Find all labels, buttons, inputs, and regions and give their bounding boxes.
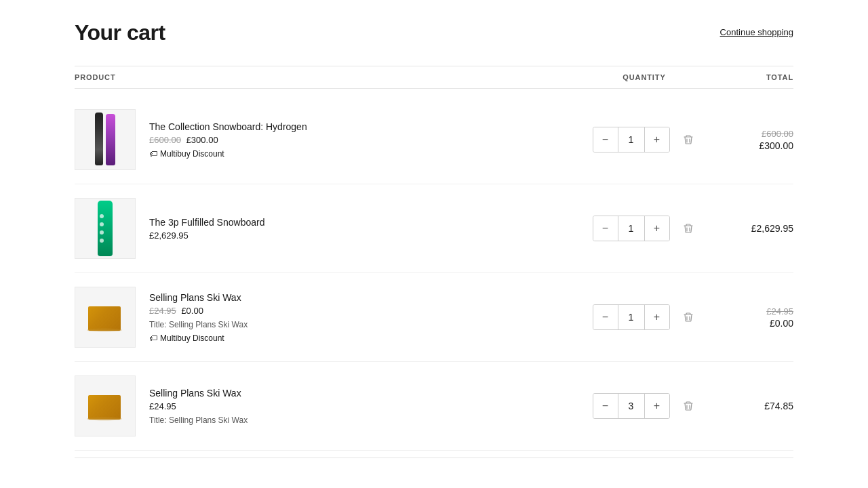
product-name: The Collection Snowboard: Hydrogen: [149, 121, 307, 132]
product-cell: The 3p Fulfilled Snowboard £2,629.95: [75, 198, 576, 259]
product-name: Selling Plans Ski Wax: [149, 388, 248, 399]
quantity-value: 1: [618, 127, 645, 152]
product-price: £600.00 £300.00: [149, 135, 307, 145]
quantity-control: − 3 +: [593, 393, 670, 419]
quantity-control: − 1 +: [593, 127, 670, 152]
quantity-control: − 1 +: [593, 216, 670, 241]
product-image-wax-2: [75, 375, 136, 436]
price-original: £600.00: [149, 135, 181, 145]
discount-label: Multibuy Discount: [160, 333, 224, 343]
total-price: £74.85: [764, 401, 793, 411]
product-price: £2,629.95: [149, 230, 264, 241]
product-name: Selling Plans Ski Wax: [149, 292, 248, 303]
total-original: £600.00: [762, 129, 793, 139]
total-price: £0.00: [770, 318, 793, 329]
total-cell: £600.00 £300.00: [712, 129, 793, 151]
product-title-attr: Title: Selling Plans Ski Wax: [149, 320, 248, 329]
column-product-label: PRODUCT: [75, 73, 576, 81]
product-price: £24.95: [149, 401, 248, 411]
quantity-cell: − 1 +: [576, 304, 712, 330]
product-cell: Selling Plans Ski Wax £24.95 Title: Sell…: [75, 375, 576, 436]
tag-icon: 🏷: [149, 333, 157, 343]
cart-item: The Collection Snowboard: Hydrogen £600.…: [75, 96, 793, 184]
quantity-value: 1: [618, 216, 645, 241]
delete-item-button[interactable]: [680, 309, 696, 325]
continue-shopping-link[interactable]: Continue shopping: [720, 20, 793, 37]
product-image-hydrogen: [75, 109, 136, 170]
quantity-cell: − 1 +: [576, 127, 712, 152]
quantity-value: 1: [618, 305, 645, 329]
quantity-decrease-button[interactable]: −: [593, 394, 618, 418]
quantity-value: 3: [618, 394, 645, 418]
product-info: Selling Plans Ski Wax £24.95 Title: Sell…: [149, 388, 248, 425]
product-info: The Collection Snowboard: Hydrogen £600.…: [149, 121, 307, 159]
quantity-increase-button[interactable]: +: [645, 216, 669, 241]
quantity-cell: − 1 +: [576, 216, 712, 241]
price-sale: £0.00: [181, 306, 203, 316]
product-name: The 3p Fulfilled Snowboard: [149, 217, 264, 228]
price-sale: £300.00: [186, 135, 218, 145]
quantity-decrease-button[interactable]: −: [593, 216, 618, 241]
total-price: £2,629.95: [751, 223, 793, 234]
bottom-divider: [75, 458, 793, 458]
quantity-control: − 1 +: [593, 304, 670, 330]
quantity-increase-button[interactable]: +: [645, 305, 669, 329]
product-cell: The Collection Snowboard: Hydrogen £600.…: [75, 109, 576, 170]
discount-badge: 🏷 Multibuy Discount: [149, 333, 248, 343]
price-original: £24.95: [149, 306, 176, 316]
cart-item: The 3p Fulfilled Snowboard £2,629.95 − 1…: [75, 184, 793, 273]
quantity-increase-button[interactable]: +: [645, 127, 669, 152]
product-image-wax-1: [75, 287, 136, 348]
column-total-label: TOTAL: [712, 73, 793, 81]
quantity-decrease-button[interactable]: −: [593, 127, 618, 152]
page-title: Your cart: [75, 20, 165, 45]
product-info: The 3p Fulfilled Snowboard £2,629.95: [149, 217, 264, 241]
delete-item-button[interactable]: [680, 220, 696, 237]
page-header: Your cart Continue shopping: [75, 20, 793, 45]
page-container: Your cart Continue shopping PRODUCT QUAN…: [61, 0, 807, 479]
total-cell: £2,629.95: [712, 223, 793, 234]
product-image-3p: [75, 198, 136, 259]
quantity-decrease-button[interactable]: −: [593, 305, 618, 329]
cart-item: Selling Plans Ski Wax £24.95 £0.00 Title…: [75, 273, 793, 362]
product-cell: Selling Plans Ski Wax £24.95 £0.00 Title…: [75, 287, 576, 348]
delete-item-button[interactable]: [680, 131, 696, 148]
product-title-attr: Title: Selling Plans Ski Wax: [149, 415, 248, 425]
quantity-increase-button[interactable]: +: [645, 394, 669, 418]
total-cell: £74.85: [712, 401, 793, 411]
total-original: £24.95: [766, 306, 793, 317]
cart-item: Selling Plans Ski Wax £24.95 Title: Sell…: [75, 362, 793, 451]
discount-label: Multibuy Discount: [160, 149, 224, 159]
price-sale: £24.95: [149, 401, 176, 411]
column-quantity-label: QUANTITY: [576, 73, 712, 81]
quantity-cell: − 3 +: [576, 393, 712, 419]
total-cell: £24.95 £0.00: [712, 306, 793, 329]
cart-table-header: PRODUCT QUANTITY TOTAL: [75, 66, 793, 89]
product-info: Selling Plans Ski Wax £24.95 £0.00 Title…: [149, 292, 248, 343]
product-price: £24.95 £0.00: [149, 306, 248, 316]
total-price: £300.00: [759, 140, 793, 151]
price-sale: £2,629.95: [149, 230, 189, 241]
tag-icon: 🏷: [149, 149, 157, 159]
discount-badge: 🏷 Multibuy Discount: [149, 149, 307, 159]
delete-item-button[interactable]: [680, 398, 696, 414]
